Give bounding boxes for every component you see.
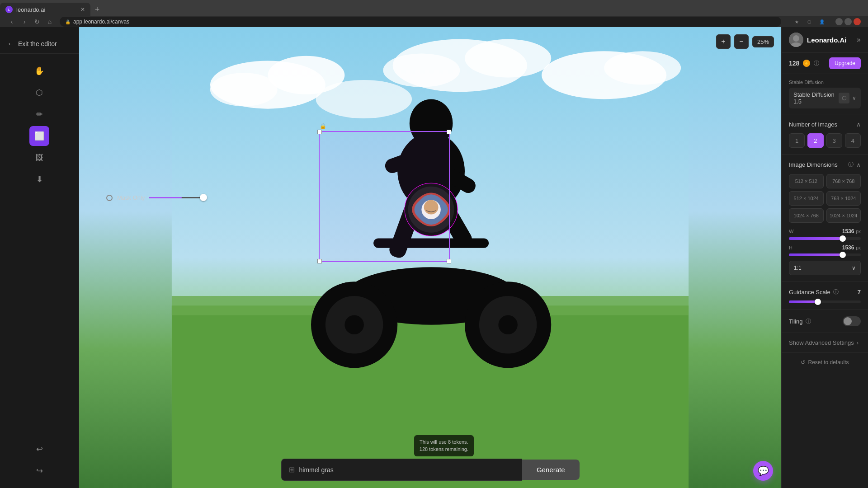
tiling-toggle[interactable] — [843, 316, 861, 326]
redo-button[interactable]: ↪ — [29, 461, 49, 481]
zoom-in-button[interactable]: + — [716, 34, 731, 49]
url-bar[interactable]: 🔒 app.leonardo.ai/canvas — [60, 17, 781, 27]
brush-icon: ✏ — [36, 109, 43, 119]
dim-1024x1024[interactable]: 1024 × 1024 — [826, 208, 861, 223]
profile-icon[interactable]: 👤 — [817, 17, 826, 26]
width-slider-track — [789, 237, 861, 240]
model-selector[interactable]: Stable Diffusion 1.5 ⬡ ∨ — [789, 88, 861, 108]
extensions-icon[interactable]: ⬡ — [805, 17, 814, 26]
dim-1024x768[interactable]: 1024 × 768 — [789, 208, 824, 223]
image-dimensions-section: Image Dimensions ⓘ ∧ 512 × 512 768 × 768… — [782, 155, 868, 282]
minimize-button[interactable] — [835, 18, 843, 25]
width-unit: px — [856, 229, 861, 234]
canvas-area[interactable]: 🔒 + − 25% Mask Only This will use 8 tok — [79, 27, 781, 488]
num-images-grid: 1 2 3 4 — [789, 133, 861, 148]
active-tab[interactable]: L leonardo.ai ✕ — [0, 3, 90, 16]
aspect-ratio-select[interactable]: 1:1 ∨ — [789, 261, 861, 275]
address-bar: ‹ › ↻ ⌂ 🔒 app.leonardo.ai/canvas ★ ⬡ 👤 — [0, 16, 868, 27]
reset-button[interactable]: ↺ Reset to defaults — [801, 359, 849, 366]
guidance-slider-thumb[interactable] — [815, 299, 821, 305]
image-dimensions-collapse-button[interactable]: ∧ — [856, 161, 861, 169]
right-panel: Leonardo.Ai » 128 ⚡ ⓘ Upgrade Stable Dif… — [781, 27, 868, 488]
width-label-row: W 1536 px — [789, 228, 861, 235]
brush-tool-button[interactable]: ✏ — [29, 104, 49, 124]
image-tool-button[interactable]: 🖼 — [29, 148, 49, 168]
generate-button[interactable]: Generate — [522, 460, 580, 480]
svg-point-5 — [465, 39, 551, 78]
num-images-collapse-button[interactable]: ∧ — [856, 121, 861, 128]
guidance-scale-info-icon[interactable]: ⓘ — [833, 288, 839, 296]
mask-radio[interactable] — [106, 195, 113, 201]
select-icon: ⬡ — [36, 88, 43, 98]
guidance-scale-header: Guidance Scale ⓘ 7 — [789, 288, 861, 296]
dim-512x512[interactable]: 512 × 512 — [789, 174, 824, 188]
height-label: H — [789, 245, 793, 250]
svg-point-9 — [316, 80, 412, 118]
dimensions-grid: 512 × 512 768 × 768 512 × 1024 768 × 102… — [789, 174, 861, 223]
tab-label: leonardo.ai — [16, 6, 45, 13]
svg-point-8 — [604, 51, 681, 84]
dim-768x1024[interactable]: 768 × 1024 — [826, 191, 861, 206]
guidance-scale-value: 7 — [858, 289, 861, 296]
new-tab-button[interactable]: + — [90, 3, 104, 16]
advanced-settings-link[interactable]: Show Advanced Settings › — [789, 339, 861, 346]
prompt-input[interactable] — [299, 466, 515, 474]
upgrade-button[interactable]: Upgrade — [829, 57, 861, 69]
hand-tool-button[interactable]: ✋ — [29, 61, 49, 81]
model-section: Stable Diffusion Stable Diffusion 1.5 ⬡ … — [782, 74, 868, 114]
advanced-settings-arrow-icon: › — [857, 339, 859, 346]
tab-favicon: L — [5, 6, 13, 13]
home-button[interactable]: ⌂ — [45, 17, 54, 26]
select-tool-button[interactable]: ⬡ — [29, 83, 49, 103]
num-images-2[interactable]: 2 — [807, 133, 823, 148]
token-info-icon[interactable]: ⓘ — [814, 60, 819, 67]
back-button[interactable]: ‹ — [7, 17, 16, 26]
width-slider-fill — [789, 237, 843, 240]
mask-control: Mask Only — [106, 194, 203, 201]
dim-768x768[interactable]: 768 × 768 — [826, 174, 861, 188]
eraser-icon: ⬜ — [34, 131, 44, 141]
close-button[interactable] — [854, 18, 861, 25]
mask-slider[interactable] — [149, 197, 203, 198]
num-images-1[interactable]: 1 — [789, 133, 805, 148]
mask-label: Mask Only — [117, 194, 145, 201]
model-chevron-icon: ∨ — [852, 95, 856, 101]
download-tool-button[interactable]: ⬇ — [29, 169, 49, 189]
num-images-4[interactable]: 4 — [845, 133, 861, 148]
eraser-tool-button[interactable]: ⬜ — [29, 126, 49, 146]
dim-512x1024[interactable]: 512 × 1024 — [789, 191, 824, 206]
bookmark-icon[interactable]: ★ — [792, 17, 801, 26]
svg-rect-25 — [373, 239, 489, 248]
tiling-info-icon[interactable]: ⓘ — [806, 318, 811, 325]
guidance-scale-section: Guidance Scale ⓘ 7 — [782, 282, 868, 310]
chat-bubble-button[interactable]: 💬 — [753, 461, 773, 481]
undo-button[interactable]: ↩ — [29, 439, 49, 459]
close-tab-icon[interactable]: ✕ — [80, 6, 85, 13]
num-images-3[interactable]: 3 — [826, 133, 842, 148]
reload-button[interactable]: ↻ — [33, 17, 42, 26]
tiling-row: Tiling ⓘ — [789, 316, 861, 326]
hand-icon: ✋ — [34, 66, 44, 76]
width-slider-thumb[interactable] — [840, 235, 846, 242]
svg-point-31 — [793, 35, 799, 42]
panel-collapse-button[interactable]: » — [857, 36, 861, 44]
width-slider-row: W 1536 px — [789, 228, 861, 240]
app-container: ← Exit the editor ✋ ⬡ ✏ ⬜ 🖼 ⬇ ↩ ↪ — [0, 27, 868, 488]
mask-slider-fill — [149, 197, 182, 198]
forward-button[interactable]: › — [20, 17, 29, 26]
maximize-button[interactable] — [844, 18, 852, 25]
canvas-bottom-bar: ⊞ Generate — [281, 459, 580, 481]
image-dimensions-info-icon[interactable]: ⓘ — [848, 161, 854, 169]
height-slider-thumb[interactable] — [840, 252, 846, 258]
model-image-icon[interactable]: ⬡ — [839, 93, 849, 103]
avatar-svg — [789, 33, 803, 47]
exit-editor-button[interactable]: ← Exit the editor — [0, 34, 79, 54]
svg-point-21 — [344, 315, 364, 335]
panel-brand-label: Leonardo.Ai — [807, 36, 847, 44]
zoom-out-button[interactable]: − — [734, 34, 749, 49]
tokens-row: 128 ⚡ ⓘ Upgrade — [782, 53, 868, 74]
num-images-title: Number of Images — [789, 121, 837, 128]
nav-buttons: ‹ › ↻ ⌂ — [7, 17, 54, 26]
height-unit: px — [856, 245, 861, 250]
image-icon: 🖼 — [35, 153, 43, 163]
